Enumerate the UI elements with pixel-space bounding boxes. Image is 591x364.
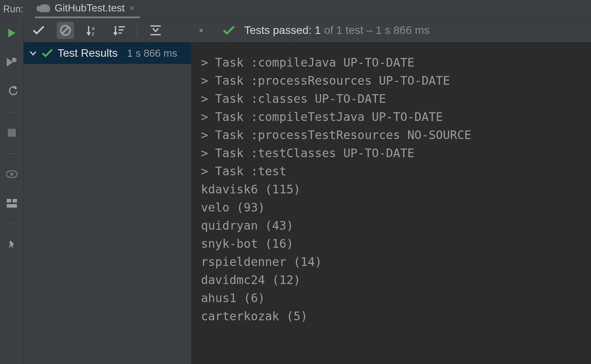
chevron-down-icon [29, 49, 37, 57]
svg-line-8 [62, 27, 69, 34]
settings-button[interactable] [3, 83, 20, 100]
status-passed-count: 1 [315, 24, 321, 37]
svg-rect-1 [8, 129, 16, 137]
svg-point-3 [10, 173, 13, 176]
status-mid: of 1 test – [324, 24, 372, 37]
close-tab-icon[interactable]: × [129, 3, 134, 13]
gutter-divider [5, 153, 19, 154]
show-passed-button[interactable] [30, 22, 47, 39]
run-label: Run: [3, 4, 23, 15]
left-gutter [0, 18, 24, 364]
run-tool-window-header: Run: GitHubTest.test × [0, 0, 591, 18]
expand-all-button[interactable] [147, 22, 164, 39]
test-toolbar: az ›› Tests passed: 1 of 1 test – 1 s 86… [24, 18, 591, 43]
tree-root-row[interactable]: Test Results 1 s 866 ms [24, 43, 191, 64]
toolbar-divider [137, 23, 138, 37]
stop-button[interactable] [3, 124, 20, 141]
status-time: 1 s 866 ms [375, 24, 429, 37]
rerun-failed-button[interactable] [3, 54, 20, 71]
sort-alphabetically-button[interactable]: az [84, 22, 101, 39]
sort-by-duration-button[interactable] [110, 22, 128, 39]
gradle-icon [39, 4, 50, 12]
gutter-divider [5, 112, 19, 112]
pin-button[interactable] [3, 236, 20, 253]
status-prefix: Tests passed: [244, 24, 312, 37]
rerun-button[interactable] [3, 24, 20, 42]
svg-rect-6 [7, 204, 17, 208]
check-icon [223, 26, 235, 35]
svg-point-0 [12, 58, 17, 62]
tree-root-time: 1 s 866 ms [127, 47, 177, 59]
gutter-divider [5, 224, 19, 224]
check-icon [42, 49, 53, 58]
svg-rect-4 [7, 199, 11, 202]
layout-button[interactable] [3, 195, 20, 212]
console-output[interactable]: > Task :compileJava UP-TO-DATE > Task :p… [191, 43, 591, 364]
show-ignored-button[interactable] [57, 22, 74, 39]
test-tree[interactable]: Test Results 1 s 866 ms [24, 43, 191, 364]
tree-root-label: Test Results [58, 47, 118, 59]
svg-rect-5 [13, 199, 17, 202]
tab-title: GitHubTest.test [55, 2, 125, 14]
test-status: Tests passed: 1 of 1 test – 1 s 866 ms [244, 24, 430, 37]
svg-text:z: z [92, 31, 95, 36]
more-icon[interactable]: ›› [199, 25, 202, 35]
run-tab[interactable]: GitHubTest.test × [35, 0, 140, 18]
watch-button[interactable] [3, 165, 20, 183]
svg-text:a: a [92, 25, 95, 31]
